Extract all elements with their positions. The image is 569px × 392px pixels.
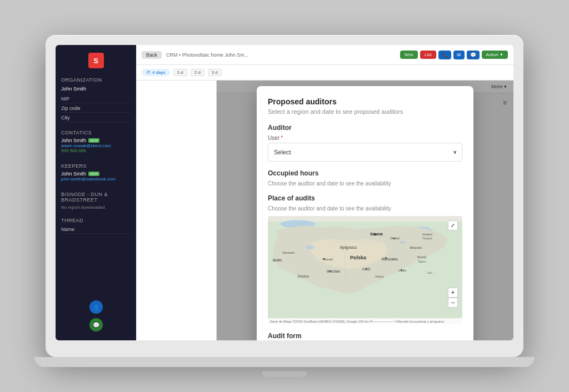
svg-point-32 <box>401 269 402 271</box>
laptop-screen: S Organization John Smith NIP Zip code C… <box>56 45 513 340</box>
place-audits-section: Place of audits Choose the auditor and d… <box>268 194 462 324</box>
svg-text:Bydgoszcz: Bydgoszcz <box>340 245 357 250</box>
bottom-icon-chat[interactable]: 💬 <box>89 318 103 331</box>
laptop-base <box>34 357 535 367</box>
contact-item-1: John Smith NEW adam.nowak@klient.com 505… <box>61 138 131 153</box>
audit-form-section: Audit form Audit form * <box>268 332 462 340</box>
keeper1-badge: NEW <box>88 172 99 176</box>
svg-text:Berlin: Berlin <box>273 258 282 262</box>
svg-point-31 <box>330 270 331 272</box>
map-svg: Gdańsk Olsztyn Grodno Гродна ◦Szczecin B… <box>268 216 462 324</box>
svg-text:Polska: Polska <box>350 255 367 260</box>
map-attribution: Dane do Mapy ©2023 GeoBasis-DE/BKG (©200… <box>268 318 462 324</box>
place-desc: Choose the auditor and date to see the a… <box>268 205 462 212</box>
occupied-section-title: Occupied hours <box>268 169 462 177</box>
stage-badge-2[interactable]: 2 d <box>191 69 204 76</box>
occupied-desc: Choose the auditor and date to see the a… <box>268 180 462 187</box>
won-button[interactable]: Won <box>400 51 418 59</box>
action-button[interactable]: Action ✦ <box>482 51 508 59</box>
bisnode-label: Bisnode - Dun & Bradstreet <box>61 192 131 203</box>
modal-overlay: Proposed auditors Select a region and da… <box>217 81 513 340</box>
map-background: Gdańsk Olsztyn Grodno Гродна ◦Szczecin B… <box>268 216 462 324</box>
main-content: Back CRM • Photovoltaic home John Sm... … <box>136 45 513 340</box>
svg-point-6 <box>400 241 406 244</box>
user-select-wrapper: Select <box>268 143 462 162</box>
sidebar: S Organization John Smith NIP Zip code C… <box>56 45 136 340</box>
org-label: Organization <box>61 77 131 83</box>
svg-point-28 <box>323 258 325 260</box>
top-bar-actions: Won List 📞 ✉ 💬 Action ✦ <box>400 51 508 59</box>
stage-badge-3[interactable]: 3 d <box>208 69 222 76</box>
map-container[interactable]: Gdańsk Olsztyn Grodno Гродна ◦Szczecin B… <box>268 216 462 324</box>
user-select[interactable]: Select <box>268 143 462 162</box>
svg-text:◦Szczecin: ◦Szczecin <box>282 251 295 254</box>
left-panel <box>136 81 217 340</box>
svg-point-5 <box>306 245 314 249</box>
svg-text:Брест: Брест <box>418 260 427 263</box>
zip-field: Zip code <box>61 104 131 113</box>
required-marker: * <box>281 135 283 141</box>
back-button[interactable]: Back <box>142 51 162 59</box>
nip-field: NIP <box>61 95 131 103</box>
contact1-email[interactable]: adam.nowak@klient.com <box>61 143 131 148</box>
modal-subtitle: Select a region and date to see proposed… <box>268 108 462 115</box>
keeper1-email[interactable]: john.smith@salesbook.com <box>61 177 131 182</box>
contact1-name: John Smith NEW <box>61 138 131 143</box>
map-fullscreen-button[interactable]: ⤢ <box>448 220 458 230</box>
svg-point-29 <box>385 257 387 259</box>
thread-name: Name <box>61 225 131 234</box>
place-section-title: Place of audits <box>268 194 462 202</box>
sidebar-bottom: 👤 💬 <box>56 296 136 336</box>
map-zoom-out[interactable]: − <box>448 298 458 308</box>
sidebar-organization: Organization John Smith NIP Zip code Cit… <box>56 74 136 127</box>
sms-icon-button[interactable]: 💬 <box>467 51 480 59</box>
secondary-bar: ⏱ 4 days 3 d 2 d 3 d <box>136 65 513 81</box>
laptop-notch <box>262 371 307 377</box>
svg-text:Grodno: Grodno <box>422 233 432 236</box>
svg-text:◦Kielce: ◦Kielce <box>375 275 384 278</box>
contact1-phone: 505 509 059 <box>61 148 131 153</box>
sidebar-logo: S <box>88 53 104 68</box>
proposed-auditors-modal: Proposed auditors Select a region and da… <box>257 86 473 340</box>
svg-text:Wrocław: Wrocław <box>327 269 340 273</box>
sidebar-contacts: Contatics John Smith NEW adam.nowak@klie… <box>56 127 136 160</box>
stage-badge-1[interactable]: 3 d <box>173 69 187 76</box>
bisnode-value: No report downloaded <box>61 205 131 210</box>
map-zoom-in[interactable]: + <box>448 288 458 298</box>
phone-icon-button[interactable]: 📞 <box>438 51 451 59</box>
keeper-item-1: John Smith NEW john.smith@salesbook.com <box>61 171 131 182</box>
keepers-label: Keepers <box>61 163 131 169</box>
map-zoom-controls: + − <box>448 288 458 308</box>
email-icon-button[interactable]: ✉ <box>453 51 465 59</box>
bottom-icon-user[interactable]: 👤 <box>89 300 103 314</box>
svg-text:Białystok: Białystok <box>410 246 422 249</box>
breadcrumb: CRM • Photovoltaic home John Sm... <box>166 52 248 58</box>
org-name: John Smith <box>61 85 131 93</box>
occupied-hours-section: Occupied hours Choose the auditor and da… <box>268 169 462 187</box>
keeper1-name: John Smith NEW <box>61 171 131 177</box>
app-container: S Organization John Smith NIP Zip code C… <box>56 45 513 340</box>
sidebar-keepers: Keepers John Smith NEW john.smith@salesb… <box>56 160 136 188</box>
svg-text:◦Poznań: ◦Poznań <box>322 258 333 261</box>
contacts-label: Contatics <box>61 130 131 135</box>
city-field: City <box>61 114 131 122</box>
svg-text:Lur...: Lur... <box>427 271 434 274</box>
svg-text:Brześć: Brześć <box>417 255 427 259</box>
svg-text:Гродна: Гродна <box>422 237 432 240</box>
svg-text:Warszawa: Warszawa <box>382 257 398 261</box>
top-bar: Back CRM • Photovoltaic home John Sm... … <box>136 45 513 65</box>
page-body: More ▾ ≡ Proposed auditors Select a regi… <box>136 81 513 340</box>
auditor-section: Auditor User* Select <box>268 124 462 162</box>
svg-text:Lublin: Lublin <box>398 269 406 272</box>
list-button[interactable]: List <box>420 51 436 59</box>
sidebar-thread: Thread Name <box>56 214 136 238</box>
svg-point-30 <box>365 268 367 270</box>
sidebar-bisnode: Bisnode - Dun & Bradstreet No report dow… <box>56 188 136 214</box>
svg-point-26 <box>374 234 376 236</box>
svg-text:Gdańsk: Gdańsk <box>370 232 383 236</box>
auditor-section-title: Auditor <box>268 124 462 132</box>
audit-form-title: Audit form <box>268 332 462 340</box>
svg-point-27 <box>393 238 395 239</box>
svg-text:Drezno: Drezno <box>298 274 310 278</box>
laptop-frame: S Organization John Smith NIP Zip code C… <box>46 35 523 357</box>
